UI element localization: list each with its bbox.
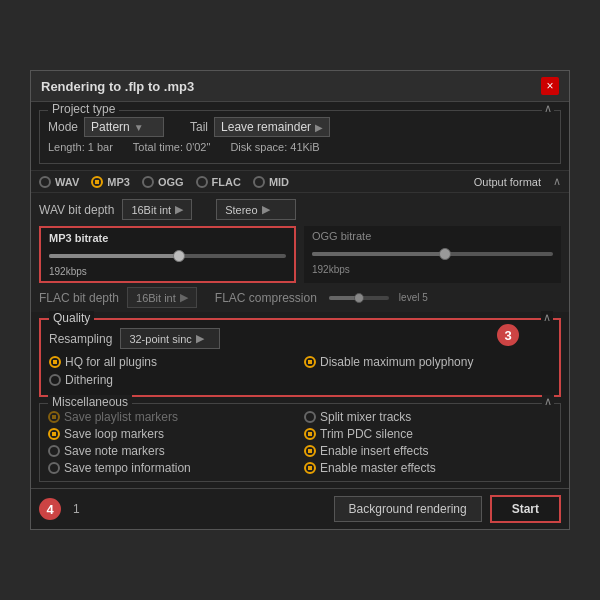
save-tempo-info[interactable]: Save tempo information xyxy=(48,461,296,475)
misc-toggle[interactable]: ∧ xyxy=(542,395,554,408)
mp3-bitrate-value: 192kbps xyxy=(49,266,286,277)
save-note-radio xyxy=(48,445,60,457)
resampling-arrow: ▶ xyxy=(196,332,204,345)
ogg-bitrate-title: OGG bitrate xyxy=(312,230,553,242)
start-button[interactable]: Start xyxy=(490,495,561,523)
total-time-label: Total time: 0'02" xyxy=(133,141,211,153)
trim-pdc-radio xyxy=(304,428,316,440)
stereo-dropdown[interactable]: Stereo ▶ xyxy=(216,199,296,220)
enable-master-radio xyxy=(304,462,316,474)
bg-render-button[interactable]: Background rendering xyxy=(334,496,482,522)
mp3-label: MP3 xyxy=(107,176,130,188)
format-mp3[interactable]: MP3 xyxy=(91,176,130,188)
save-loop-label: Save loop markers xyxy=(64,427,164,441)
save-loop-radio xyxy=(48,428,60,440)
hq-plugins-radio xyxy=(49,356,61,368)
trim-pdc-label: Trim PDC silence xyxy=(320,427,413,441)
disable-polyphony-label: Disable maximum polyphony xyxy=(320,355,473,369)
flac-bit-depth-label: FLAC bit depth xyxy=(39,291,119,305)
format-mid[interactable]: MID xyxy=(253,176,289,188)
mp3-bitrate-box: MP3 bitrate 192kbps xyxy=(39,226,296,283)
dithering-label: Dithering xyxy=(65,373,113,387)
trim-pdc-silence[interactable]: Trim PDC silence xyxy=(304,427,552,441)
wav-arrow: ▶ xyxy=(175,203,183,216)
mode-value: Pattern xyxy=(91,120,130,134)
quality-options: HQ for all plugins Disable maximum polyp… xyxy=(49,355,551,387)
misc-section-label: Miscellaneous xyxy=(48,395,132,409)
misc-section: Miscellaneous ∧ Save playlist markers Sa… xyxy=(39,403,561,482)
save-loop-markers[interactable]: Save loop markers xyxy=(48,427,296,441)
dithering-radio xyxy=(49,374,61,386)
tail-label: Tail xyxy=(190,120,208,134)
stereo-label: Stereo xyxy=(225,204,257,216)
flac-bit-depth-dropdown[interactable]: 16Bit int ▶ xyxy=(127,287,197,308)
wav-stereo-row: WAV bit depth 16Bit int ▶ Stereo ▶ xyxy=(31,197,569,222)
save-playlist-markers[interactable]: Save playlist markers xyxy=(48,410,296,424)
wav-bit-depth-label: WAV bit depth xyxy=(39,203,114,217)
wav-bit-depth-value: 16Bit int xyxy=(131,204,171,216)
wav-bit-depth-dropdown[interactable]: 16Bit int ▶ xyxy=(122,199,192,220)
flac-row: FLAC bit depth 16Bit int ▶ FLAC compress… xyxy=(31,287,569,312)
mp3-slider-track[interactable] xyxy=(49,248,286,264)
wav-label: WAV xyxy=(55,176,79,188)
project-type-toggle[interactable]: ∧ xyxy=(542,102,554,115)
misc-right-col: Split mixer tracks Trim PDC silence Enab… xyxy=(304,410,552,475)
quality-section: Quality ∧ 3 Resampling 32-point sinc ▶ H… xyxy=(39,318,561,397)
stereo-arrow: ▶ xyxy=(262,203,270,216)
dithering-option[interactable]: Dithering xyxy=(49,373,296,387)
close-button[interactable]: × xyxy=(541,77,559,95)
resampling-value: 32-point sinc xyxy=(129,333,191,345)
project-type-section: Project type ∧ Mode Pattern ▼ Tail Leave… xyxy=(39,110,561,164)
mode-arrow: ▼ xyxy=(134,122,144,133)
save-note-markers[interactable]: Save note markers xyxy=(48,444,296,458)
disk-space-label: Disk space: 41KiB xyxy=(230,141,319,153)
mp3-bitrate-title: MP3 bitrate xyxy=(49,232,286,244)
flac-bit-depth-value: 16Bit int xyxy=(136,292,176,304)
enable-master-effects[interactable]: Enable master effects xyxy=(304,461,552,475)
tail-value: Leave remainder xyxy=(221,120,311,134)
mode-label: Mode xyxy=(48,120,78,134)
length-label: Length: 1 bar xyxy=(48,141,113,153)
tail-arrow: ▶ xyxy=(315,122,323,133)
disable-polyphony-radio xyxy=(304,356,316,368)
mode-row: Mode Pattern ▼ Tail Leave remainder ▶ xyxy=(48,117,552,137)
ogg-slider-track[interactable] xyxy=(312,246,553,262)
disable-polyphony-option[interactable]: Disable maximum polyphony xyxy=(304,355,551,369)
window-title: Rendering to .flp to .mp3 xyxy=(41,79,194,94)
ogg-radio xyxy=(142,176,154,188)
split-mixer-tracks[interactable]: Split mixer tracks xyxy=(304,410,552,424)
footer: 4 1 Background rendering Start xyxy=(31,488,569,529)
mid-radio xyxy=(253,176,265,188)
output-format-label: Output format xyxy=(474,176,541,188)
footer-badge: 4 xyxy=(39,498,61,520)
tail-dropdown[interactable]: Leave remainder ▶ xyxy=(214,117,330,137)
format-wav[interactable]: WAV xyxy=(39,176,79,188)
format-ogg[interactable]: OGG xyxy=(142,176,184,188)
bitrate-section: MP3 bitrate 192kbps OGG bitrate 192kbps xyxy=(31,222,569,287)
mid-label: MID xyxy=(269,176,289,188)
upper-settings: WAV bit depth 16Bit int ▶ Stereo ▶ MP3 b… xyxy=(31,193,569,312)
ogg-label: OGG xyxy=(158,176,184,188)
misc-options: Save playlist markers Save loop markers … xyxy=(48,410,552,475)
flac-compression-label: FLAC compression xyxy=(215,291,317,305)
format-flac[interactable]: FLAC xyxy=(196,176,241,188)
misc-left-col: Save playlist markers Save loop markers … xyxy=(48,410,296,475)
mode-dropdown[interactable]: Pattern ▼ xyxy=(84,117,164,137)
output-format-toggle[interactable]: ∧ xyxy=(553,175,561,188)
enable-insert-radio xyxy=(304,445,316,457)
ogg-bitrate-box: OGG bitrate 192kbps xyxy=(304,226,561,283)
hq-plugins-label: HQ for all plugins xyxy=(65,355,157,369)
title-bar: Rendering to .flp to .mp3 × xyxy=(31,71,569,102)
page-number: 1 xyxy=(73,502,80,516)
resampling-dropdown[interactable]: 32-point sinc ▶ xyxy=(120,328,220,349)
hq-plugins-option[interactable]: HQ for all plugins xyxy=(49,355,296,369)
quality-section-label: Quality xyxy=(49,311,94,325)
save-note-label: Save note markers xyxy=(64,444,165,458)
quality-badge-container: 3 xyxy=(497,324,519,346)
save-tempo-label: Save tempo information xyxy=(64,461,191,475)
mp3-radio xyxy=(91,176,103,188)
quality-toggle[interactable]: ∧ xyxy=(541,311,553,324)
flac-slider-track[interactable] xyxy=(329,290,389,306)
enable-insert-effects[interactable]: Enable insert effects xyxy=(304,444,552,458)
resampling-label: Resampling xyxy=(49,332,112,346)
